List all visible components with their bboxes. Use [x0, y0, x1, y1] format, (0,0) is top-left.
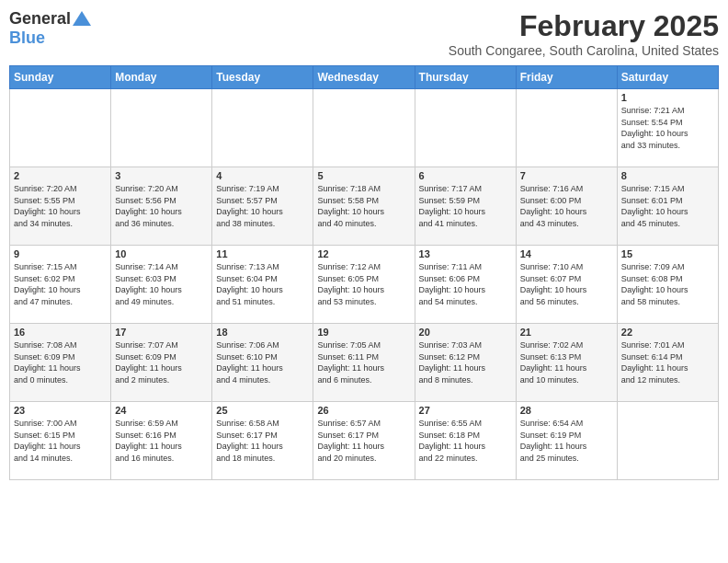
day-number: 2 [14, 170, 107, 181]
calendar-cell [212, 89, 313, 167]
calendar-cell: 11Sunrise: 7:13 AM Sunset: 6:04 PM Dayli… [212, 246, 313, 324]
calendar-week-5: 23Sunrise: 7:00 AM Sunset: 6:15 PM Dayli… [10, 402, 719, 480]
logo: General Blue [9, 9, 91, 48]
day-info: Sunrise: 7:10 AM Sunset: 6:07 PM Dayligh… [520, 261, 613, 307]
weekday-header-wednesday: Wednesday [313, 66, 415, 89]
location-title: South Congaree, South Carolina, United S… [449, 43, 719, 58]
calendar-cell: 15Sunrise: 7:09 AM Sunset: 6:08 PM Dayli… [617, 246, 718, 324]
day-info: Sunrise: 7:16 AM Sunset: 6:00 PM Dayligh… [520, 183, 613, 229]
calendar-cell [10, 89, 111, 167]
day-number: 24 [115, 405, 208, 416]
day-number: 6 [419, 170, 512, 181]
day-info: Sunrise: 6:57 AM Sunset: 6:17 PM Dayligh… [317, 418, 410, 464]
day-info: Sunrise: 7:13 AM Sunset: 6:04 PM Dayligh… [216, 261, 309, 307]
day-info: Sunrise: 6:54 AM Sunset: 6:19 PM Dayligh… [520, 418, 613, 464]
day-info: Sunrise: 7:15 AM Sunset: 6:01 PM Dayligh… [621, 183, 714, 229]
weekday-header-monday: Monday [111, 66, 212, 89]
day-info: Sunrise: 7:20 AM Sunset: 5:56 PM Dayligh… [115, 183, 208, 229]
day-number: 13 [419, 248, 512, 259]
calendar-cell: 5Sunrise: 7:18 AM Sunset: 5:58 PM Daylig… [313, 167, 415, 246]
day-info: Sunrise: 6:59 AM Sunset: 6:16 PM Dayligh… [115, 418, 208, 464]
day-number: 25 [216, 405, 309, 416]
day-number: 9 [14, 248, 107, 259]
day-number: 3 [115, 170, 208, 181]
day-number: 22 [621, 327, 714, 338]
calendar-cell: 18Sunrise: 7:06 AM Sunset: 6:10 PM Dayli… [212, 324, 313, 402]
weekday-header-tuesday: Tuesday [212, 66, 313, 89]
calendar-cell: 16Sunrise: 7:08 AM Sunset: 6:09 PM Dayli… [10, 324, 111, 402]
day-number: 8 [621, 170, 714, 181]
day-info: Sunrise: 7:09 AM Sunset: 6:08 PM Dayligh… [621, 261, 714, 307]
day-info: Sunrise: 7:20 AM Sunset: 5:55 PM Dayligh… [14, 183, 107, 229]
day-info: Sunrise: 7:08 AM Sunset: 6:09 PM Dayligh… [14, 339, 107, 385]
day-number: 23 [14, 405, 107, 416]
calendar-cell: 28Sunrise: 6:54 AM Sunset: 6:19 PM Dayli… [516, 402, 617, 480]
day-info: Sunrise: 7:15 AM Sunset: 6:02 PM Dayligh… [14, 261, 107, 307]
weekday-header-saturday: Saturday [617, 66, 718, 89]
day-number: 18 [216, 327, 309, 338]
calendar-cell [415, 89, 516, 167]
day-number: 16 [14, 327, 107, 338]
logo-general-text: General [9, 9, 71, 29]
day-number: 14 [520, 248, 613, 259]
calendar-cell: 7Sunrise: 7:16 AM Sunset: 6:00 PM Daylig… [516, 167, 617, 246]
day-info: Sunrise: 7:14 AM Sunset: 6:03 PM Dayligh… [115, 261, 208, 307]
calendar-cell: 24Sunrise: 6:59 AM Sunset: 6:16 PM Dayli… [111, 402, 212, 480]
day-number: 26 [317, 405, 410, 416]
day-number: 21 [520, 327, 613, 338]
calendar-cell: 6Sunrise: 7:17 AM Sunset: 5:59 PM Daylig… [415, 167, 516, 246]
day-info: Sunrise: 7:06 AM Sunset: 6:10 PM Dayligh… [216, 339, 309, 385]
calendar-cell: 22Sunrise: 7:01 AM Sunset: 6:14 PM Dayli… [617, 324, 718, 402]
day-info: Sunrise: 7:02 AM Sunset: 6:13 PM Dayligh… [520, 339, 613, 385]
calendar-cell: 20Sunrise: 7:03 AM Sunset: 6:12 PM Dayli… [415, 324, 516, 402]
day-number: 15 [621, 248, 714, 259]
calendar-cell [617, 402, 718, 480]
page-header: General Blue February 2025 South Congare… [9, 9, 719, 58]
calendar-cell: 27Sunrise: 6:55 AM Sunset: 6:18 PM Dayli… [415, 402, 516, 480]
day-number: 28 [520, 405, 613, 416]
day-number: 17 [115, 327, 208, 338]
calendar-cell: 25Sunrise: 6:58 AM Sunset: 6:17 PM Dayli… [212, 402, 313, 480]
calendar-cell: 2Sunrise: 7:20 AM Sunset: 5:55 PM Daylig… [10, 167, 111, 246]
calendar-cell: 4Sunrise: 7:19 AM Sunset: 5:57 PM Daylig… [212, 167, 313, 246]
title-section: February 2025 South Congaree, South Caro… [449, 9, 719, 58]
day-info: Sunrise: 7:12 AM Sunset: 6:05 PM Dayligh… [317, 261, 410, 307]
logo-blue-text: Blue [9, 29, 45, 48]
day-number: 7 [520, 170, 613, 181]
day-number: 4 [216, 170, 309, 181]
weekday-header-thursday: Thursday [415, 66, 516, 89]
day-info: Sunrise: 7:18 AM Sunset: 5:58 PM Dayligh… [317, 183, 410, 229]
day-number: 10 [115, 248, 208, 259]
day-info: Sunrise: 7:19 AM Sunset: 5:57 PM Dayligh… [216, 183, 309, 229]
day-info: Sunrise: 7:17 AM Sunset: 5:59 PM Dayligh… [419, 183, 512, 229]
calendar-cell [516, 89, 617, 167]
calendar-cell [111, 89, 212, 167]
day-info: Sunrise: 7:00 AM Sunset: 6:15 PM Dayligh… [14, 418, 107, 464]
calendar-week-3: 9Sunrise: 7:15 AM Sunset: 6:02 PM Daylig… [10, 246, 719, 324]
logo-triangle-icon [73, 11, 91, 26]
day-info: Sunrise: 7:07 AM Sunset: 6:09 PM Dayligh… [115, 339, 208, 385]
day-info: Sunrise: 7:05 AM Sunset: 6:11 PM Dayligh… [317, 339, 410, 385]
day-number: 5 [317, 170, 410, 181]
day-number: 19 [317, 327, 410, 338]
day-info: Sunrise: 7:03 AM Sunset: 6:12 PM Dayligh… [419, 339, 512, 385]
day-info: Sunrise: 7:11 AM Sunset: 6:06 PM Dayligh… [419, 261, 512, 307]
calendar-table: SundayMondayTuesdayWednesdayThursdayFrid… [9, 65, 719, 480]
calendar-cell: 1Sunrise: 7:21 AM Sunset: 5:54 PM Daylig… [617, 89, 718, 167]
calendar-cell: 21Sunrise: 7:02 AM Sunset: 6:13 PM Dayli… [516, 324, 617, 402]
calendar-cell: 10Sunrise: 7:14 AM Sunset: 6:03 PM Dayli… [111, 246, 212, 324]
calendar-cell: 14Sunrise: 7:10 AM Sunset: 6:07 PM Dayli… [516, 246, 617, 324]
calendar-cell: 12Sunrise: 7:12 AM Sunset: 6:05 PM Dayli… [313, 246, 415, 324]
calendar-week-1: 1Sunrise: 7:21 AM Sunset: 5:54 PM Daylig… [10, 89, 719, 167]
day-number: 20 [419, 327, 512, 338]
calendar-cell: 17Sunrise: 7:07 AM Sunset: 6:09 PM Dayli… [111, 324, 212, 402]
day-info: Sunrise: 7:01 AM Sunset: 6:14 PM Dayligh… [621, 339, 714, 385]
calendar-week-4: 16Sunrise: 7:08 AM Sunset: 6:09 PM Dayli… [10, 324, 719, 402]
weekday-header-sunday: Sunday [10, 66, 111, 89]
calendar-cell: 8Sunrise: 7:15 AM Sunset: 6:01 PM Daylig… [617, 167, 718, 246]
day-info: Sunrise: 6:58 AM Sunset: 6:17 PM Dayligh… [216, 418, 309, 464]
day-info: Sunrise: 6:55 AM Sunset: 6:18 PM Dayligh… [419, 418, 512, 464]
day-info: Sunrise: 7:21 AM Sunset: 5:54 PM Dayligh… [621, 105, 714, 151]
day-number: 12 [317, 248, 410, 259]
weekday-header-row: SundayMondayTuesdayWednesdayThursdayFrid… [10, 66, 719, 89]
